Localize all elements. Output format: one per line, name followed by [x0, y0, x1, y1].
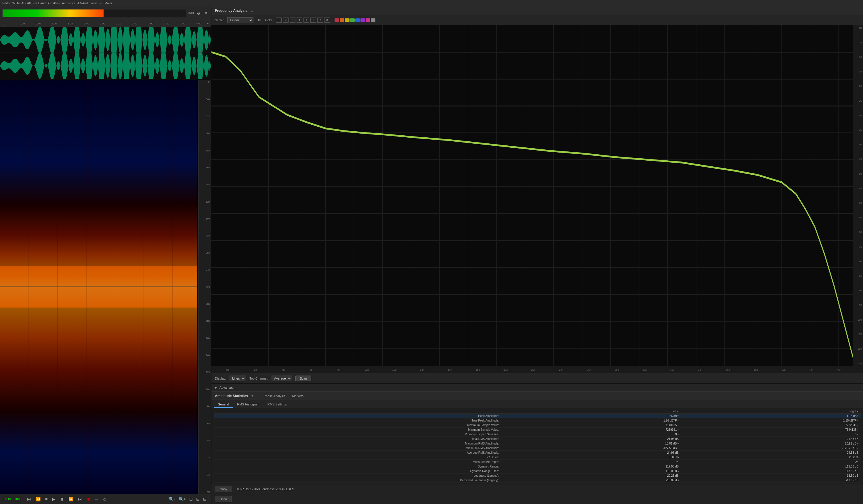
- zoom-fit-btn[interactable]: ⊡: [188, 496, 194, 502]
- ruler-mark-10: 3:20: [163, 20, 179, 27]
- svg-rect-5: [0, 266, 197, 287]
- max-rms-right-arr: ▾: [857, 442, 859, 445]
- table-header-row: Left ▾ Right ▾: [214, 409, 861, 414]
- scale-icon-btn[interactable]: ⊞: [257, 18, 262, 22]
- bottom-transport: 0:00.000 ⏮ ⏪ ■ ▶ ⏸ ⏩ ⏭ ⏺ ↩ ◇ 🔍- 🔍+ ⊡ ⊞ ⊟: [0, 494, 211, 504]
- phase-analysis-tab-header[interactable]: Phase Analysis: [264, 394, 285, 398]
- chevron-right-icon: ▶: [215, 386, 217, 389]
- peak-amplitude-label: Peak Amplitude:: [214, 414, 501, 418]
- settings-icon-btn[interactable]: ⚙: [196, 10, 201, 16]
- hold-color-4: [350, 18, 355, 22]
- clipped-left-arr: ▾: [677, 433, 679, 436]
- amp-stats-menu-icon[interactable]: ≡: [250, 394, 254, 398]
- max-rms-left-arr: ▾: [677, 442, 679, 445]
- hold-5[interactable]: 5: [303, 17, 309, 23]
- go-start-btn[interactable]: ⏮: [26, 496, 32, 502]
- zoom-out-btn[interactable]: 🔍-: [168, 496, 176, 502]
- table-row: True Peak Amplitude: -1.26 dBTP ▾ -1.15 …: [214, 418, 861, 423]
- tab-rms-histogram[interactable]: RMS Histogram: [233, 401, 263, 408]
- ruler-mark-1: 0:20: [19, 20, 35, 27]
- min-rms-left-arr: ▾: [677, 447, 679, 450]
- advanced-label[interactable]: Advanced: [220, 386, 234, 389]
- freq-2k: 2k: [200, 456, 210, 459]
- true-peak-right: -1.15 dBTP ▾: [681, 418, 861, 423]
- tab-rms-settings[interactable]: RMS Settings: [263, 401, 291, 408]
- db-indicator: 0 dB: [188, 12, 194, 15]
- advanced-row: ▶ Advanced: [211, 383, 863, 391]
- freq-22k: 22k: [200, 286, 210, 288]
- zoom-in-btn[interactable]: 🔍+: [177, 496, 187, 502]
- x-6k: 6k: [297, 369, 325, 371]
- table-row: Maximum Sample Value: 7140185 ▾ 7222535 …: [214, 423, 861, 428]
- y-85: 85: [854, 274, 862, 277]
- freq-analysis-menu-icon[interactable]: ≡: [250, 9, 254, 13]
- dyn-range-right: 115.38 dB: [681, 464, 861, 469]
- top-channel-select[interactable]: Average Left Right: [272, 376, 292, 381]
- max-sample-label: Maximum Sample Value:: [214, 423, 501, 428]
- table-row: Minimum RMS Amplitude: -127.59 dB ▾ -126…: [214, 446, 861, 451]
- ruler-mark-2: 0:40: [35, 20, 51, 27]
- hold-3[interactable]: 3: [290, 17, 296, 23]
- true-peak-right-val: -1.15 dBTP ▾: [842, 419, 859, 422]
- max-sample-right-arr: ▾: [857, 424, 859, 427]
- transport-bar: 0 dB ⚙ ≡: [0, 6, 211, 20]
- waveform-svg-top: [0, 27, 211, 53]
- scale-label: Scale:: [215, 18, 224, 22]
- min-sample-left: -7259921 ▾: [501, 428, 681, 432]
- play-btn[interactable]: ▶: [51, 496, 57, 502]
- display-select[interactable]: Lines Bars: [229, 376, 246, 381]
- scale-select[interactable]: Linear Logarithmic: [227, 17, 253, 23]
- x-44k: 44k: [797, 369, 825, 371]
- zoom-full-btn[interactable]: ⊟: [202, 496, 208, 502]
- hold-6[interactable]: 6: [310, 17, 316, 23]
- forward-btn[interactable]: ⏩: [67, 496, 75, 502]
- scan-button[interactable]: Scan: [296, 376, 311, 381]
- x-24k: 24k: [547, 369, 575, 371]
- peak-right-arrow: ▾: [857, 415, 859, 417]
- svg-rect-7: [0, 287, 197, 494]
- loop-btn[interactable]: ↩: [94, 496, 100, 502]
- hold-1[interactable]: 1: [276, 17, 282, 23]
- hold-4[interactable]: 4: [297, 17, 302, 23]
- markers-tab-header[interactable]: Markers: [292, 394, 303, 398]
- menu-icon-btn[interactable]: ≡: [203, 10, 209, 16]
- hold-2[interactable]: 2: [283, 17, 289, 23]
- copy-button[interactable]: Copy: [215, 486, 232, 492]
- hold-8[interactable]: 8: [324, 17, 330, 23]
- y-70: 70: [854, 231, 862, 234]
- dc-offset-label: DC Offset:: [214, 455, 501, 460]
- x-8k: 8k: [325, 369, 353, 371]
- y-105: 105: [854, 333, 862, 336]
- stats-table-container: Left ▾ Right ▾ Peak Amplitude: -1.26 dB …: [211, 408, 863, 484]
- scroll-right-icon[interactable]: ▾: [206, 21, 210, 26]
- perceived-loudness-right: -17.85 dB: [681, 478, 861, 483]
- go-end-btn[interactable]: ⏭: [77, 496, 83, 502]
- col-label: [214, 409, 501, 414]
- pause-btn[interactable]: ⏸: [59, 496, 65, 502]
- hold-color-6: [361, 18, 365, 22]
- avg-rms-left: -24.96 dB: [501, 451, 681, 455]
- stop-btn[interactable]: ■: [44, 496, 49, 502]
- hold-color-3: [345, 18, 350, 22]
- y-30: 30: [854, 114, 862, 117]
- spectrogram-svg: [0, 80, 197, 494]
- freq-analysis-header: Frequency Analysis ≡: [211, 6, 863, 15]
- table-row: Dynamic Range Used: 115.05 dB 113.85 dB: [214, 469, 861, 474]
- zoom-sel-btn[interactable]: ⊞: [195, 496, 201, 502]
- record-btn[interactable]: ⏺: [85, 496, 92, 502]
- dc-offset-right: 0.00 %: [681, 455, 861, 460]
- freq-24k: 24k: [200, 268, 210, 271]
- hold-7[interactable]: 7: [317, 17, 323, 23]
- markers-btn[interactable]: ◇: [102, 496, 108, 502]
- y-35: 35: [854, 128, 862, 131]
- scan-bottom-button[interactable]: Scan: [215, 496, 232, 502]
- back-btn[interactable]: ⏪: [35, 496, 42, 502]
- freq-scale-right: Hz 64k 42k 40k 38k 36k 34k 32k 30k 28k 2…: [198, 80, 211, 494]
- tab-general[interactable]: General: [214, 401, 233, 408]
- max-sample-left-arr: ▾: [677, 424, 679, 427]
- time-display: 0:00.000: [3, 497, 24, 501]
- dyn-range-used-right: 113.85 dB: [681, 469, 861, 474]
- amp-stats-panel: Amplitude Statistics ≡ Phase Analysis Ma…: [211, 391, 863, 504]
- right-panel: Frequency Analysis ≡ Scale: Linear Logar…: [211, 6, 863, 504]
- freq-34k: 34k: [200, 183, 210, 186]
